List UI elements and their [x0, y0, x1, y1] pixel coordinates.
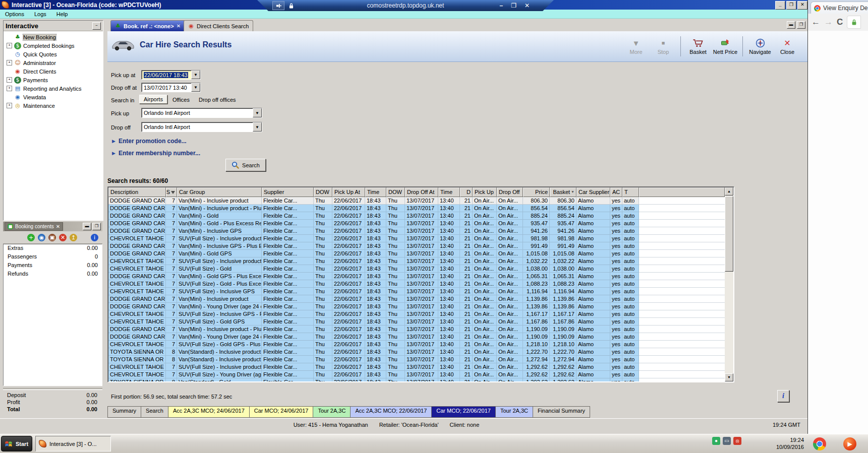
column-header-s[interactable]: S: [166, 187, 177, 197]
rdp-minimize-icon[interactable]: –: [499, 2, 503, 9]
table-row[interactable]: DODGE GRAND CAR...7Van(Mini) - Inclusive…: [108, 242, 725, 250]
table-row[interactable]: DODGE GRAND CAR...7Van(Mini) - Inclusive…: [108, 326, 725, 333]
bottom-tab-car-mco-24-06-2017[interactable]: Car MCO; 24/06/2017: [250, 406, 314, 418]
booking-contents-row-extras[interactable]: Extras0.00: [4, 244, 102, 253]
rdp-close-icon[interactable]: ✕: [525, 2, 530, 9]
bottom-tab-search[interactable]: Search: [141, 406, 168, 418]
panel-minimize-button[interactable]: ▬: [83, 223, 91, 230]
scroll-down-icon[interactable]: ▼: [725, 373, 733, 381]
column-header-dow[interactable]: DOW: [314, 187, 332, 197]
dropoff-at-dropdown-icon[interactable]: ▼: [191, 83, 200, 92]
column-header-car-supplier[interactable]: Car Supplier: [576, 187, 610, 197]
table-row[interactable]: CHEVROLET TAHOE ...7SUV(Full Size) - Inc…: [108, 288, 725, 295]
menu-item-options[interactable]: Options: [0, 11, 29, 18]
search-in-option-offices[interactable]: Offices: [168, 96, 194, 104]
promotion-code-expander[interactable]: ▶ Enter promotion code...: [112, 138, 187, 145]
bottom-tab-summary[interactable]: Summary: [107, 406, 141, 418]
bottom-tab-tour-2a-3c[interactable]: Tour 2A,3C: [496, 406, 533, 418]
window-restore-button[interactable]: ❐: [786, 1, 796, 10]
column-header-supplier[interactable]: Supplier: [262, 187, 314, 197]
mdi-restore-button[interactable]: ❐: [797, 21, 805, 29]
column-header-drop-off-at[interactable]: Drop Off At: [405, 187, 438, 197]
column-header-basket[interactable]: Basket▼: [550, 187, 576, 197]
column-header-drop-off[interactable]: Drop Off: [497, 187, 523, 197]
mdi-minimize-button[interactable]: ▬: [787, 21, 795, 29]
table-row[interactable]: CHEVROLET TAHOE ...7SUV(Full Size) - Gol…: [108, 318, 725, 326]
table-row[interactable]: DODGE GRAND CAR...7Van(Mini) - Inclusive…: [108, 295, 725, 303]
browser-tab[interactable]: View Enquiry De: [811, 2, 868, 14]
sidebar-item-payments[interactable]: +$Payments: [4, 76, 103, 84]
window-close-button[interactable]: ✕: [797, 1, 807, 10]
menu-item-help[interactable]: Help: [51, 11, 73, 18]
column-header-time[interactable]: Time: [365, 187, 386, 197]
column-header-car-group[interactable]: Car Group: [177, 187, 262, 197]
tree-expand-icon[interactable]: +: [7, 103, 12, 108]
search-button[interactable]: Search: [225, 159, 266, 171]
booking-contents-tab[interactable]: ■ Booking contents ✕: [5, 222, 63, 231]
basket-button[interactable]: Basket: [685, 38, 711, 55]
rdp-restore-icon[interactable]: ❐: [511, 2, 516, 9]
bottom-tab-tour-2a-3c[interactable]: Tour 2A,3C: [313, 406, 351, 418]
filter-funnel-icon[interactable]: [171, 191, 175, 194]
panel-maximize-button[interactable]: ❐: [92, 223, 101, 230]
dropoff-dropdown-icon[interactable]: ▼: [253, 122, 262, 132]
sidebar-item-quick-quotes[interactable]: +◷Quick Quotes: [4, 50, 103, 58]
sidebar-item-administrator[interactable]: +☺Administrator: [4, 58, 103, 67]
table-row[interactable]: TOYOTA SIENNA OR ...8Van(Standard) - Gol…: [108, 378, 725, 381]
taskbar-browser-icon[interactable]: [813, 437, 826, 450]
column-header-time[interactable]: Time: [438, 187, 460, 197]
table-row[interactable]: DODGE GRAND CAR...7Van(Mini) - Gold GPS …: [108, 273, 725, 280]
sidebar-item-reporting-and-analytics[interactable]: +▤Reporting and Analytics: [4, 84, 103, 93]
column-header-d[interactable]: D: [460, 187, 473, 197]
document-tab-inactive[interactable]: ◉Direct Clients Search: [184, 20, 253, 31]
table-row[interactable]: CHEVROLET TAHOE ...7SUV(Full Size) - Inc…: [108, 363, 725, 371]
tab-close-icon[interactable]: ✕: [177, 23, 181, 29]
tray-alert-icon[interactable]: ⦻: [733, 437, 741, 445]
column-header-pick-up-at[interactable]: Pick Up At: [332, 187, 365, 197]
vertical-scrollbar[interactable]: ▲ ▼: [725, 187, 733, 381]
booking-contents-close-icon[interactable]: ✕: [56, 224, 60, 229]
table-row[interactable]: DODGE GRAND CAR...7Van(Mini) - Young Dri…: [108, 303, 725, 310]
table-row[interactable]: TOYOTA SIENNA OR ...8Van(Standard) - Inc…: [108, 348, 725, 356]
panel-collapse-button[interactable]: −: [92, 22, 101, 30]
table-row[interactable]: DODGE GRAND CAR...7Van(Mini) - Gold GPSF…: [108, 250, 725, 257]
dropoff-combobox[interactable]: Orlando Intl Airport ▼: [141, 122, 262, 132]
scrollbar-thumb[interactable]: [725, 196, 733, 272]
menu-item-logs[interactable]: Logs: [29, 11, 51, 18]
start-button[interactable]: Start: [1, 436, 32, 451]
table-row[interactable]: DODGE GRAND CAR...7Van(Mini) - Inclusive…: [108, 205, 725, 212]
sidebar-item-completed-bookings[interactable]: +$Completed Bookings: [4, 41, 103, 50]
info-icon[interactable]: i: [91, 234, 98, 241]
pickup-at-dropdown-icon[interactable]: ▼: [191, 71, 200, 79]
bottom-tab-car-mco-22-06-2017[interactable]: Car MCO; 22/06/2017: [432, 406, 496, 418]
browser-refresh-icon[interactable]: C: [837, 17, 843, 27]
table-row[interactable]: CHEVROLET TAHOE ...7SUV(Full Size) - Inc…: [108, 235, 725, 242]
table-row[interactable]: CHEVROLET TAHOE ...7SUV(Full Size) - Gol…: [108, 341, 725, 348]
table-row[interactable]: CHEVROLET TAHOE ...7SUV(Full Size) - Gol…: [108, 280, 725, 288]
taskbar-task-button[interactable]: Interactive [3] - O...: [35, 436, 111, 451]
sidebar-item-viewdata[interactable]: +◉Viewdata: [4, 93, 103, 101]
bottom-tab-acc-2a-3c-mco-22-06-2017[interactable]: Acc 2A,3C MCO; 22/06/2017: [351, 406, 432, 418]
add-icon[interactable]: +: [27, 234, 35, 241]
export-icon[interactable]: ↥: [70, 234, 77, 241]
browser-forward-icon[interactable]: →: [824, 17, 833, 27]
tree-expand-icon[interactable]: +: [7, 77, 12, 83]
table-row[interactable]: TOYOTA SIENNA OR ...8Van(Standard) - Inc…: [108, 356, 725, 363]
table-row[interactable]: CHEVROLET TAHOE ...7SUV(Full Size) - Inc…: [108, 310, 725, 318]
bottom-tab-financial-summary[interactable]: Financial Summary: [533, 406, 590, 418]
table-row[interactable]: DODGE GRAND CAR...7Van(Mini) - Gold - Pl…: [108, 220, 725, 227]
table-row[interactable]: DODGE GRAND CAR...7Van(Mini) - Young Dri…: [108, 333, 725, 341]
booking-contents-row-passengers[interactable]: Passengers0: [4, 253, 102, 262]
basket-small-icon[interactable]: ▣: [48, 234, 56, 241]
table-row[interactable]: CHEVROLET TAHOE ...7SUV(Full Size) - Gol…: [108, 265, 725, 273]
scroll-up-icon[interactable]: ▲: [725, 187, 733, 196]
column-header-filler[interactable]: [639, 187, 725, 197]
table-row[interactable]: CHEVROLET TAHOE ...7SUV(Full Size) - You…: [108, 371, 725, 378]
membership-number-expander[interactable]: ▶ Enter membership number...: [112, 150, 200, 157]
table-row[interactable]: CHEVROLET TAHOE ...7SUV(Full Size) - Inc…: [108, 257, 725, 265]
column-header-dow[interactable]: DOW: [386, 187, 405, 197]
browser-address-bar[interactable]: [847, 16, 861, 29]
info-button[interactable]: i: [777, 390, 789, 402]
tree-expand-icon[interactable]: +: [7, 43, 12, 48]
booking-contents-row-payments[interactable]: Payments0.00: [4, 262, 102, 270]
